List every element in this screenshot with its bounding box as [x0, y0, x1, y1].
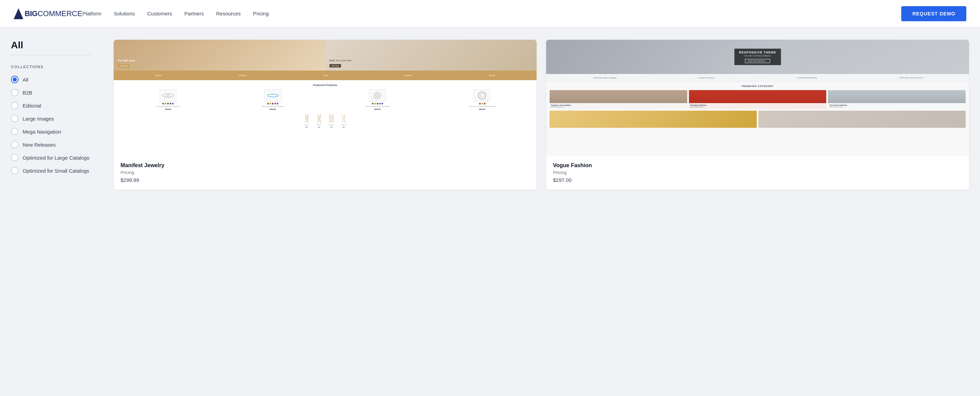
fashion-bottom-1 [550, 111, 757, 128]
radio-b2b[interactable] [11, 89, 19, 96]
product-category-vogue: Pricing [553, 170, 962, 175]
filter-mega-nav[interactable]: Mega Navigation [11, 128, 92, 135]
jewelry-header-right: Make You Look Here Click Now [325, 40, 537, 70]
nav-pricing[interactable]: Pricing [253, 11, 269, 16]
jewelry-item-1: 3 Seminar Bracelet 1/8 ct tw Diamond $99… [117, 89, 219, 110]
filter-editorial[interactable]: Editorial [11, 102, 92, 109]
filter-all[interactable]: All [11, 76, 92, 83]
fashion-bottom-2 [759, 111, 966, 128]
fashion-cat-2: Hot Bags Collection SHOP COLLECTION [689, 90, 827, 109]
logo-big: BIG [25, 9, 38, 18]
radio-large-catalogs[interactable] [11, 154, 19, 161]
fashion-cat-3: The Family Collection SHOP COLLECTION [828, 90, 966, 109]
product-info-vogue: Vogue Fashion Pricing $297.00 [546, 156, 969, 190]
sidebar-title: All [11, 40, 92, 51]
filter-new-releases[interactable]: New Releases [11, 141, 92, 148]
jewelry-header-left: The Task Lamp Shop Now [114, 40, 325, 70]
jewelry-item-2: 3 Seminar Bracelet 1/8 ct tw Diamond $99… [222, 89, 324, 110]
fashion-bottom-row [550, 111, 966, 128]
product-image-vogue: RESPONSIVE THEME FOR NEW LOOK BIGCOMMERC… [546, 40, 969, 156]
products-grid: The Task Lamp Shop Now Make You Look Her… [103, 27, 980, 396]
filter-large-images-label: Large Images [22, 116, 54, 121]
radio-mega-nav[interactable] [11, 128, 19, 135]
logo[interactable]: BIG COMMERCE [14, 8, 82, 19]
product-price-manifest: $299.99 [121, 177, 530, 183]
jewelry-item-4: Prism Torture Circle Round HW White Gold… [431, 89, 533, 110]
radio-small-catalogs[interactable] [11, 167, 19, 174]
fashion-trending: TRENDING CATEGORY [550, 85, 966, 87]
main-nav: Platform Solutions Customers Partners Re… [82, 11, 901, 16]
filter-editorial-label: Editorial [22, 103, 41, 109]
svg-point-6 [377, 95, 378, 96]
product-name-vogue: Vogue Fashion [553, 162, 962, 169]
svg-point-8 [480, 94, 484, 97]
product-info-manifest: Manifest Jewelry Pricing $299.99 [114, 156, 536, 190]
jewelry-item-3: Diamond Solitaire Set 0.6 ct Round HW $9… [327, 89, 429, 110]
filter-all-label: All [22, 77, 29, 83]
fashion-hero-sub: FOR NEW LOOK BIGCOMMERCE [739, 55, 776, 57]
fashion-hero: RESPONSIVE THEME FOR NEW LOOK BIGCOMMERC… [546, 40, 969, 74]
nav-solutions[interactable]: Solutions [114, 11, 135, 16]
fashion-mockup: RESPONSIVE THEME FOR NEW LOOK BIGCOMMERC… [546, 40, 969, 156]
fashion-category-grid: Designer Look Jewellery SHOP COLLECTION … [550, 90, 966, 109]
radio-all[interactable] [11, 76, 19, 83]
jewelry-section-title: Featured Products [117, 84, 533, 87]
fashion-hero-btn: SHOP NEW ARRIVALS → [745, 59, 770, 63]
product-card-manifest-jewelry[interactable]: The Task Lamp Shop Now Make You Look Her… [114, 40, 536, 190]
filter-new-releases-label: New Releases [22, 142, 56, 148]
svg-point-3 [267, 94, 278, 97]
filter-large-catalogs-label: Optimized for Large Catalogs [22, 155, 89, 161]
nav-platform[interactable]: Platform [82, 11, 101, 16]
jewelry-header: The Task Lamp Shop Now Make You Look Her… [114, 40, 536, 70]
jewelry-product-grid: 3 Seminar Bracelet 1/8 ct tw Diamond $99… [117, 89, 533, 110]
fashion-cat-1: Designer Look Jewellery SHOP COLLECTION [550, 90, 687, 109]
collections-label: COLLECTIONS [11, 65, 92, 69]
jewelry-chains: Chain 1 $89 Chain 2 $89 Chain 3 [117, 114, 533, 128]
filter-b2b[interactable]: B2B [11, 89, 92, 96]
svg-point-7 [478, 92, 486, 99]
filter-list: All B2B Editorial Large Images Mega Navi… [11, 76, 92, 174]
product-image-manifest: The Task Lamp Shop Now Make You Look Her… [114, 40, 536, 156]
filter-small-catalogs[interactable]: Optimized for Small Catalogs [11, 167, 92, 174]
fashion-info-bar: ✓ Bulk Orders Save in Shipping ✓ Hassle-… [546, 74, 969, 81]
nav-customers[interactable]: Customers [147, 11, 172, 16]
sidebar: All COLLECTIONS All B2B Editorial Large … [0, 27, 103, 396]
nav-resources[interactable]: Resources [216, 11, 241, 16]
fashion-categories: TRENDING CATEGORY Designer Look Jeweller… [546, 81, 969, 156]
jewelry-mockup: The Task Lamp Shop Now Make You Look Her… [114, 40, 536, 156]
radio-new-releases[interactable] [11, 141, 19, 148]
filter-large-images[interactable]: Large Images [11, 115, 92, 122]
filter-small-catalogs-label: Optimized for Small Catalogs [22, 168, 89, 174]
filter-b2b-label: B2B [22, 90, 32, 96]
product-card-vogue-fashion[interactable]: RESPONSIVE THEME FOR NEW LOOK BIGCOMMERC… [546, 40, 969, 190]
main-container: All COLLECTIONS All B2B Editorial Large … [0, 27, 980, 396]
fashion-hero-title: RESPONSIVE THEME [739, 51, 776, 54]
product-price-vogue: $297.00 [553, 177, 962, 183]
request-demo-button[interactable]: REQUEST DEMO [901, 6, 966, 21]
svg-point-1 [163, 94, 173, 97]
fashion-hero-overlay: RESPONSIVE THEME FOR NEW LOOK BIGCOMMERC… [734, 49, 781, 65]
radio-large-images[interactable] [11, 115, 19, 122]
logo-commerce: COMMERCE [38, 9, 83, 18]
jewelry-nav-bar: Featured Necklaces Rings Bracelets Earri… [114, 70, 536, 80]
radio-editorial[interactable] [11, 102, 19, 109]
filter-mega-nav-label: Mega Navigation [22, 129, 61, 135]
svg-marker-0 [14, 8, 23, 19]
nav-partners[interactable]: Partners [185, 11, 204, 16]
product-category-manifest: Pricing [121, 170, 530, 175]
filter-large-catalogs[interactable]: Optimized for Large Catalogs [11, 154, 92, 161]
header: BIG COMMERCE Platform Solutions Customer… [0, 0, 980, 27]
svg-point-2 [166, 95, 170, 96]
sidebar-divider [11, 55, 92, 55]
product-name-manifest: Manifest Jewelry [121, 162, 530, 169]
